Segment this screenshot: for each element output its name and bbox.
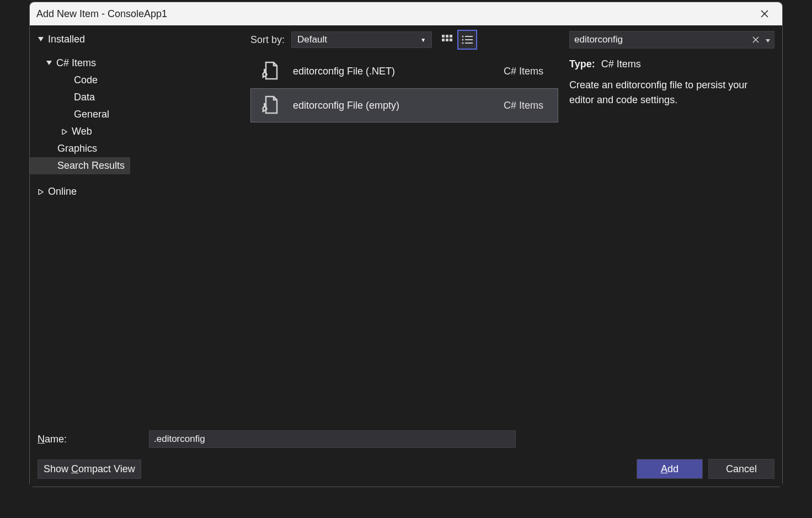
grid-icon	[442, 35, 453, 45]
tree-search-results[interactable]: Search Results	[30, 157, 130, 174]
tree-label: General	[74, 109, 109, 120]
svg-point-12	[462, 36, 464, 38]
chevron-right-icon	[62, 129, 68, 135]
template-item-editorconfig-dotnet[interactable]: editorconfig File (.NET) C# Items	[250, 54, 558, 88]
search-input[interactable]	[570, 34, 750, 45]
tree-web[interactable]: Web	[30, 123, 250, 140]
view-medium-icons-button[interactable]	[439, 31, 456, 49]
template-category: C# Items	[504, 100, 543, 111]
button-row: Show Compact View Add Cancel	[30, 455, 782, 487]
svg-rect-22	[264, 103, 266, 107]
svg-rect-19	[264, 69, 266, 73]
template-description: Create an editorconfig file to persist y…	[569, 78, 774, 108]
tree-label: Data	[74, 92, 95, 103]
category-tree: Installed C# Items Code Data General W	[30, 25, 250, 424]
sort-by-value: Default	[297, 34, 327, 45]
svg-rect-9	[442, 39, 445, 41]
view-small-icons-button[interactable]	[458, 31, 476, 49]
template-name: editorconfig File (.NET)	[293, 66, 493, 77]
name-input[interactable]	[149, 430, 516, 448]
chevron-down-icon	[46, 61, 53, 66]
tree-label: Search Results	[57, 160, 125, 172]
chevron-down-icon	[766, 39, 770, 43]
svg-rect-10	[446, 39, 448, 41]
config-file-icon	[257, 58, 282, 84]
list-icon	[462, 35, 473, 45]
close-icon	[761, 10, 768, 18]
svg-marker-2	[38, 37, 44, 41]
tree-label: C# Items	[56, 57, 96, 69]
name-label: Name:	[38, 434, 142, 445]
details-pane: Type: C# Items Create an editorconfig fi…	[562, 25, 782, 424]
template-item-editorconfig-empty[interactable]: editorconfig File (empty) C# Items	[250, 88, 558, 122]
cancel-button[interactable]: Cancel	[708, 459, 774, 479]
svg-marker-26	[766, 39, 770, 42]
tree-data[interactable]: Data	[30, 89, 250, 106]
sort-by-dropdown[interactable]: Default ▼	[291, 31, 432, 48]
svg-rect-17	[465, 42, 473, 44]
svg-point-14	[462, 39, 464, 41]
dialog-title: Add New Item - ConsoleApp1	[36, 8, 754, 20]
sort-by-label: Sort by:	[250, 34, 285, 46]
svg-rect-8	[450, 35, 452, 38]
templates-toolbar: Sort by: Default ▼	[250, 25, 562, 54]
template-name: editorconfig File (empty)	[293, 100, 493, 111]
tree-online[interactable]: Online	[30, 183, 250, 200]
svg-point-16	[462, 42, 464, 44]
tree-installed[interactable]: Installed	[30, 31, 250, 48]
name-row: Name:	[30, 424, 782, 455]
config-file-icon	[257, 93, 282, 118]
search-box[interactable]	[569, 31, 774, 49]
add-button[interactable]: Add	[637, 459, 703, 479]
tree-general[interactable]: General	[30, 106, 250, 123]
svg-marker-5	[39, 189, 43, 195]
clear-search-button[interactable]	[750, 34, 762, 46]
type-label: Type:	[569, 58, 595, 70]
tree-code[interactable]: Code	[30, 72, 250, 89]
chevron-down-icon	[38, 37, 45, 42]
tree-label: Graphics	[57, 143, 97, 154]
chevron-down-icon: ▼	[420, 37, 426, 43]
tree-label: Installed	[48, 34, 85, 45]
svg-rect-15	[465, 39, 473, 40]
svg-rect-6	[442, 35, 445, 38]
title-bar: Add New Item - ConsoleApp1	[30, 2, 782, 25]
search-options-dropdown[interactable]	[762, 34, 774, 46]
type-value: C# Items	[601, 58, 641, 70]
tree-label: Code	[74, 74, 98, 86]
template-list: editorconfig File (.NET) C# Items editor…	[250, 54, 562, 424]
show-compact-view-button[interactable]: Show Compact View	[38, 460, 141, 479]
close-icon	[752, 36, 759, 43]
close-button[interactable]	[754, 3, 776, 25]
svg-marker-3	[46, 61, 52, 65]
template-category: C# Items	[504, 66, 543, 77]
tree-csharp-items[interactable]: C# Items	[30, 55, 250, 72]
tree-graphics[interactable]: Graphics	[30, 140, 250, 157]
add-new-item-dialog: Add New Item - ConsoleApp1 Installed C# …	[29, 2, 783, 487]
tree-label: Online	[48, 186, 77, 197]
tree-label: Web	[72, 126, 92, 137]
svg-marker-4	[62, 129, 67, 135]
chevron-right-icon	[38, 189, 45, 195]
svg-rect-7	[446, 35, 448, 38]
svg-rect-11	[450, 39, 452, 41]
svg-rect-13	[465, 36, 473, 37]
